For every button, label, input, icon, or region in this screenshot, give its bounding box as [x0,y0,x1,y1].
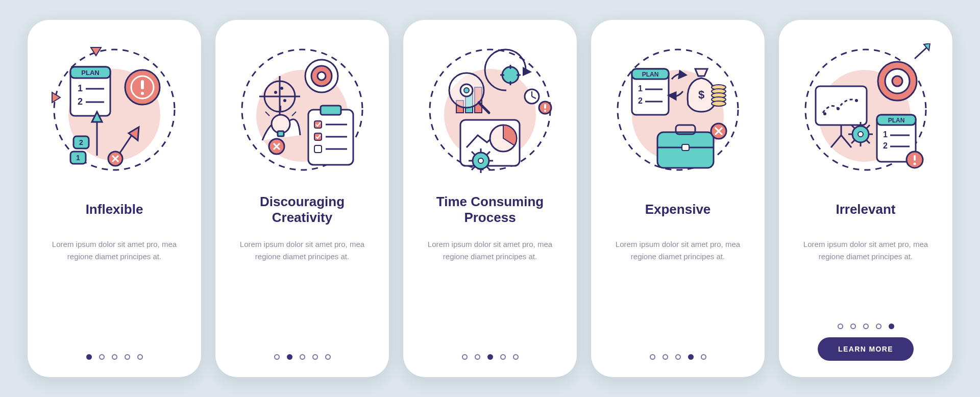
svg-text:PLAN: PLAN [888,117,905,124]
svg-text:1: 1 [883,130,888,139]
card-title: Irrelevant [832,193,898,226]
pager-dot-3[interactable] [112,354,117,360]
svg-point-12 [141,92,144,95]
card-title: Discouraging Creativity [257,193,348,226]
pager-dot-1[interactable] [86,354,92,360]
pager-dot-3[interactable] [487,354,493,360]
svg-text:1: 1 [76,154,80,162]
svg-point-109 [823,112,826,115]
card-body: Lorem ipsum dolor sit amet pro, mea regi… [230,238,375,263]
irrelevant-icon: PLAN 1 2 [799,43,932,176]
svg-rect-66 [544,104,546,109]
card-body: Lorem ipsum dolor sit amet pro, mea regi… [42,238,187,263]
card-body: Lorem ipsum dolor sit amet pro, mea regi… [418,238,562,263]
svg-point-57 [502,67,519,83]
svg-rect-101 [682,144,689,151]
svg-rect-40 [321,106,341,115]
svg-point-126 [914,163,916,165]
pager-dot-2[interactable] [663,354,668,360]
pager [462,354,519,360]
svg-point-31 [283,99,286,102]
card-body: Lorem ipsum dolor sit amet pro, mea regi… [605,238,750,263]
svg-text:PLAN: PLAN [81,69,99,77]
card-title: Time Consuming Process [433,193,547,226]
svg-text:PLAN: PLAN [642,71,659,78]
pager-dot-1[interactable] [274,354,280,360]
svg-text:1: 1 [78,83,83,93]
svg-point-54 [464,88,469,93]
pager-dot-4[interactable] [125,354,130,360]
svg-point-128 [858,132,863,137]
inflexible-icon: PLAN 1 2 [48,43,181,176]
onboarding-card-expensive: PLAN 1 2 $ [591,20,765,377]
pager-dot-5[interactable] [701,354,706,360]
svg-point-95 [712,101,726,106]
time-consuming-icon [424,43,556,176]
pager-dot-5[interactable] [889,324,894,329]
expensive-icon: PLAN 1 2 $ [611,43,744,176]
pager-dot-2[interactable] [475,354,480,360]
svg-rect-43 [314,133,322,140]
svg-point-111 [855,99,858,102]
svg-text:2: 2 [883,141,888,150]
pager [838,324,894,329]
onboarding-card-time-consuming: Time Consuming Process Lorem ipsum dolor… [403,20,577,377]
pager-dot-5[interactable] [137,354,143,360]
svg-text:2: 2 [638,96,643,105]
svg-point-32 [280,87,283,90]
onboarding-card-irrelevant: PLAN 1 2 Irrelevant [779,20,952,377]
discouraging-creativity-icon [236,43,369,176]
svg-line-115 [915,46,928,59]
onboarding-card-discouraging-creativity: Discouraging Creativity Lorem ipsum dolo… [215,20,389,377]
svg-rect-34 [278,131,284,136]
learn-more-button[interactable]: LEARN MORE [818,337,914,361]
svg-point-114 [892,76,902,86]
pager [86,354,143,360]
pager-dot-3[interactable] [675,354,681,360]
pager-dot-5[interactable] [325,354,331,360]
svg-text:2: 2 [78,96,83,107]
pager-dot-4[interactable] [312,354,318,360]
pager-dot-4[interactable] [500,354,506,360]
pager-dot-4[interactable] [688,354,694,360]
pager-dot-2[interactable] [850,324,856,329]
svg-point-67 [544,110,546,112]
svg-rect-41 [314,121,322,128]
pager-dot-3[interactable] [300,354,305,360]
svg-rect-45 [314,145,322,153]
pager-dot-2[interactable] [287,354,292,360]
svg-text:2: 2 [79,138,83,146]
svg-point-26 [317,72,326,80]
card-body: Lorem ipsum dolor sit amet pro, mea regi… [793,238,938,263]
pager-dot-1[interactable] [650,354,655,360]
svg-rect-125 [914,155,916,161]
pager [274,354,331,360]
card-title: Expensive [642,193,714,226]
card-title: Inflexible [83,193,146,226]
svg-line-78 [487,167,490,170]
svg-point-110 [837,107,840,110]
svg-text:$: $ [698,88,704,101]
onboarding-card-inflexible: PLAN 1 2 [28,20,201,377]
svg-marker-56 [523,67,532,76]
svg-text:1: 1 [638,84,643,93]
svg-point-30 [274,91,277,94]
svg-point-72 [478,158,483,163]
pager-dot-3[interactable] [863,324,869,329]
pager-dot-1[interactable] [838,324,843,329]
pager-dot-2[interactable] [99,354,105,360]
pager [650,354,706,360]
pager-dot-5[interactable] [513,354,519,360]
pager-dot-4[interactable] [876,324,881,329]
pager-dot-1[interactable] [462,354,468,360]
svg-rect-11 [141,80,144,89]
